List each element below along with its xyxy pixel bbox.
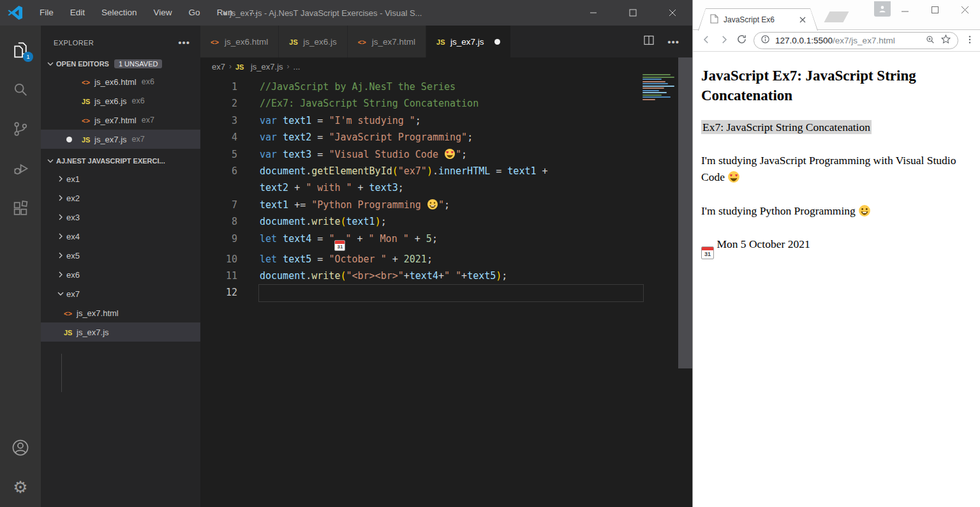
open-editor-js_ex7.html[interactable]: <>js_ex7.htmlex7	[41, 110, 200, 130]
breadcrumb-item[interactable]: js_ex7.js	[251, 62, 283, 72]
file-name: js_ex6.html	[94, 77, 137, 87]
settings-gear-icon[interactable]: ⚙	[0, 471, 41, 503]
tree-item-ex7[interactable]: ex7	[41, 284, 200, 303]
tree-item-ex6[interactable]: ex6	[41, 265, 200, 284]
file-folder-hint: ex7	[132, 135, 145, 144]
marked-subheading: Ex7: JavaScript String Concatenation	[701, 121, 972, 134]
modified-dot-icon[interactable]	[494, 39, 500, 45]
info-icon[interactable]	[761, 34, 770, 47]
split-editor-icon[interactable]	[643, 34, 655, 49]
editor-more-icon[interactable]: •••	[667, 36, 679, 47]
code-line[interactable]: 7text1 += "Python Programming ";	[200, 197, 692, 213]
js-file-icon: JS	[64, 328, 77, 337]
zoom-icon[interactable]	[925, 34, 935, 47]
sidebar-more-icon[interactable]: •••	[178, 37, 190, 48]
tree-item-ex5[interactable]: ex5	[41, 246, 200, 265]
browser-window: JavaScript Ex6	[692, 0, 980, 507]
bookmark-star-icon[interactable]	[940, 34, 951, 47]
new-tab-button[interactable]	[824, 11, 849, 22]
tree-item-js_ex7.html[interactable]: <>js_ex7.html	[41, 303, 200, 322]
editor-tab-js_ex6.js[interactable]: JSjs_ex6.js	[279, 26, 348, 57]
tree-item-label: ex1	[66, 174, 80, 184]
project-section-header[interactable]: AJ.NEST JAVASCRIPT EXERCI...	[41, 153, 200, 169]
browser-close-button[interactable]	[950, 0, 980, 19]
line-number: 10	[200, 251, 237, 268]
line-number: 8	[200, 213, 237, 230]
url-text[interactable]: 127.0.0.1:5500/ex7/js_ex7.html	[775, 36, 920, 45]
code-line[interactable]: 12	[200, 284, 692, 301]
code-line[interactable]: text2 + " with " + text3;	[200, 179, 692, 196]
chevron-right-icon	[55, 174, 66, 184]
tree-item-ex2[interactable]: ex2	[41, 188, 200, 208]
open-editor-js_ex7.js[interactable]: JSjs_ex7.jsex7	[41, 130, 200, 149]
code-line[interactable]: 5var text3 = "Visual Studio Code ♥♥";	[200, 146, 692, 163]
open-editors-label: OPEN EDITORS	[56, 60, 109, 68]
reload-icon[interactable]	[736, 34, 747, 47]
menu-edit[interactable]: Edit	[63, 4, 92, 21]
editor-tab-js_ex7.js[interactable]: JSjs_ex7.js	[426, 26, 511, 57]
tree-item-js_ex7.js[interactable]: JSjs_ex7.js	[41, 322, 200, 342]
close-button[interactable]	[653, 0, 692, 26]
editor-scrollbar[interactable]	[678, 57, 692, 368]
chevron-right-icon	[55, 193, 66, 203]
svg-text:♥: ♥	[730, 173, 732, 178]
chevron-down-icon	[55, 289, 66, 299]
code-line[interactable]: 2//Ex7: JavaScript String Concatenation	[200, 95, 692, 112]
address-bar[interactable]: 127.0.0.1:5500/ex7/js_ex7.html	[754, 32, 958, 49]
open-editor-js_ex6.html[interactable]: <>js_ex6.htmlex6	[41, 72, 200, 91]
code-line[interactable]: 9let text4 = "31" + " Mon " + 5;	[200, 231, 692, 251]
open-editor-js_ex6.js[interactable]: JSjs_ex6.jsex6	[41, 91, 200, 110]
tree-item-label: ex3	[66, 213, 80, 222]
js-file-icon: JS	[82, 96, 94, 106]
html-file-icon: <>	[64, 308, 77, 318]
code-line[interactable]: 6document.getElementById("ex7").innerHTM…	[200, 163, 692, 179]
breadcrumb-item[interactable]: ex7	[212, 62, 225, 72]
source-control-icon[interactable]	[0, 113, 41, 145]
code-line[interactable]: 10let text5 = "October " + 2021;	[200, 251, 692, 268]
code-line[interactable]: 3var text1 = "I'm studying ";	[200, 112, 692, 129]
back-icon[interactable]	[701, 34, 712, 48]
explorer-icon[interactable]: 1	[0, 34, 41, 66]
code-line[interactable]: 11document.write("<br><br>"+text4+" "+te…	[200, 268, 692, 284]
file-folder-hint: ex7	[142, 116, 154, 125]
code-line[interactable]: 4var text2 = "JavaScript Programming";	[200, 129, 692, 146]
forward-icon[interactable]	[718, 34, 730, 48]
editor-tab-js_ex6.html[interactable]: <>js_ex6.html	[200, 26, 279, 57]
open-editors-header[interactable]: OPEN EDITORS 1 UNSAVED	[41, 56, 200, 72]
minimize-button[interactable]	[574, 0, 613, 26]
breadcrumb-item[interactable]: ...	[293, 62, 301, 72]
code-line[interactable]: 1//JavaScript by Aj.NesT the Series	[200, 79, 692, 95]
minimap[interactable]	[641, 73, 677, 105]
activity-bar: 1	[0, 26, 41, 507]
editor-tab-js_ex7.html[interactable]: <>js_ex7.html	[348, 26, 426, 57]
tree-item-label: ex6	[66, 270, 80, 280]
menu-view[interactable]: View	[147, 4, 179, 21]
js-file-icon: JS	[289, 37, 303, 47]
breadcrumb[interactable]: ex7›JSjs_ex7.js›...	[200, 57, 692, 75]
code-line[interactable]: 8document.write(text1);	[200, 213, 692, 230]
menu-selection[interactable]: Selection	[94, 4, 144, 21]
chevron-right-icon	[55, 250, 66, 261]
html-file-icon: <>	[358, 37, 372, 47]
menu-file[interactable]: File	[33, 4, 61, 21]
menu-go[interactable]: Go	[182, 4, 207, 21]
code-editor[interactable]: 1//JavaScript by Aj.NesT the Series2//Ex…	[200, 75, 692, 301]
explorer-badge: 1	[23, 52, 33, 62]
extensions-icon[interactable]	[0, 192, 41, 224]
browser-tabstrip: JavaScript Ex6	[693, 0, 980, 30]
browser-maximize-button[interactable]	[920, 0, 950, 19]
profile-icon[interactable]	[874, 1, 891, 17]
tree-item-ex1[interactable]: ex1	[41, 169, 200, 188]
tree-item-label: js_ex7.js	[77, 328, 109, 337]
browser-menu-icon[interactable]	[965, 34, 975, 47]
maximize-button[interactable]	[613, 0, 653, 26]
account-icon[interactable]	[0, 432, 41, 464]
search-icon[interactable]	[0, 73, 41, 105]
browser-minimize-button[interactable]	[890, 0, 920, 19]
tab-close-icon[interactable]	[799, 14, 806, 26]
browser-tab-title: JavaScript Ex6	[724, 15, 794, 24]
tree-item-ex3[interactable]: ex3	[41, 208, 200, 227]
tree-item-ex4[interactable]: ex4	[41, 227, 200, 246]
browser-tab[interactable]: JavaScript Ex6	[698, 8, 818, 31]
run-debug-icon[interactable]	[0, 153, 41, 185]
